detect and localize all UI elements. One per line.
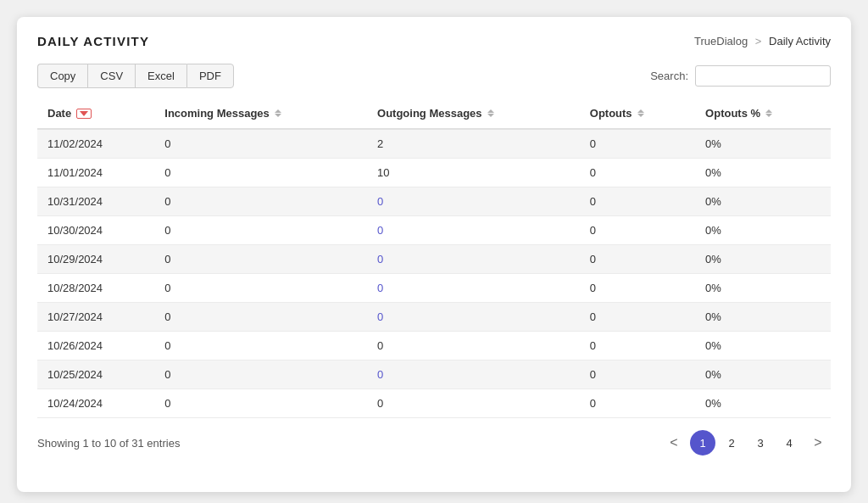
search-area: Search: — [650, 65, 831, 87]
cell-date: 10/26/2024 — [37, 332, 154, 360]
cell-optouts: 0 — [580, 159, 695, 187]
cell-optouts: 0 — [580, 245, 695, 274]
col-optouts-pct[interactable]: Optouts % — [695, 98, 831, 129]
toolbar: Copy CSV Excel PDF Search: — [37, 64, 831, 88]
col-optouts[interactable]: Optouts — [580, 98, 695, 129]
cell-date: 10/27/2024 — [37, 303, 154, 332]
breadcrumb-parent: TrueDialog — [694, 35, 748, 48]
cell-incoming: 0 — [154, 274, 367, 303]
main-window: DAILY ACTIVITY TrueDialog > Daily Activi… — [17, 17, 851, 492]
cell-optouts: 0 — [580, 274, 695, 303]
cell-incoming: 0 — [154, 360, 367, 389]
search-input[interactable] — [695, 65, 831, 87]
cell-outgoing[interactable]: 0 — [367, 360, 580, 389]
col-date[interactable]: Date — [37, 98, 154, 129]
table-row: 11/02/20240200% — [37, 129, 831, 159]
col-outgoing[interactable]: Outgoing Messages — [367, 98, 580, 129]
page-2-button[interactable]: 2 — [719, 430, 744, 455]
table-row: 10/24/20240000% — [37, 389, 831, 418]
table-header-row: Date Incoming Messages — [37, 98, 831, 129]
cell-date: 10/30/2024 — [37, 216, 154, 245]
table-row: 10/28/20240000% — [37, 274, 831, 303]
excel-button[interactable]: Excel — [135, 64, 186, 88]
showing-entries: Showing 1 to 10 of 31 entries — [37, 437, 180, 450]
cell-optouts: 0 — [580, 360, 695, 389]
breadcrumb: TrueDialog > Daily Activity — [694, 35, 831, 48]
page-4-button[interactable]: 4 — [776, 430, 802, 455]
cell-optouts-pct: 0% — [695, 129, 831, 159]
sort-icon-outgoing — [487, 109, 494, 117]
cell-incoming: 0 — [154, 216, 367, 245]
sort-active-icon — [76, 109, 92, 119]
cell-optouts: 0 — [580, 389, 695, 418]
cell-optouts-pct: 0% — [695, 389, 831, 418]
table-row: 10/25/20240000% — [37, 360, 831, 389]
cell-optouts: 0 — [580, 187, 695, 216]
cell-date: 11/02/2024 — [37, 129, 154, 159]
cell-outgoing: 0 — [367, 389, 580, 418]
page-1-button[interactable]: 1 — [690, 430, 715, 455]
table-footer: Showing 1 to 10 of 31 entries < 1 2 3 4 … — [37, 430, 831, 455]
cell-optouts: 0 — [580, 303, 695, 332]
pdf-button[interactable]: PDF — [186, 64, 234, 88]
cell-outgoing[interactable]: 0 — [367, 303, 580, 332]
sort-icon-incoming — [275, 109, 281, 117]
cell-incoming: 0 — [154, 187, 367, 216]
page-title: DAILY ACTIVITY — [37, 34, 149, 48]
table-row: 10/26/20240000% — [37, 332, 831, 360]
cell-date: 10/25/2024 — [37, 360, 154, 389]
csv-button[interactable]: CSV — [87, 64, 135, 88]
cell-optouts: 0 — [580, 216, 695, 245]
search-label: Search: — [650, 70, 688, 82]
sort-icon-optouts — [637, 109, 644, 117]
next-page-button[interactable]: > — [805, 430, 831, 455]
cell-outgoing: 2 — [367, 129, 580, 159]
cell-optouts-pct: 0% — [695, 159, 831, 187]
table-row: 11/01/202401000% — [37, 159, 831, 187]
cell-date: 10/24/2024 — [37, 389, 154, 418]
cell-outgoing[interactable]: 0 — [367, 216, 580, 245]
cell-optouts: 0 — [580, 129, 695, 159]
cell-optouts-pct: 0% — [695, 216, 831, 245]
prev-page-button[interactable]: < — [661, 430, 687, 455]
page-header: DAILY ACTIVITY TrueDialog > Daily Activi… — [37, 34, 831, 48]
cell-outgoing: 0 — [367, 332, 580, 360]
table-row: 10/27/20240000% — [37, 303, 831, 332]
cell-incoming: 0 — [154, 159, 367, 187]
cell-date: 10/28/2024 — [37, 274, 154, 303]
cell-optouts-pct: 0% — [695, 187, 831, 216]
export-buttons: Copy CSV Excel PDF — [37, 64, 234, 88]
cell-incoming: 0 — [154, 245, 367, 274]
cell-incoming: 0 — [154, 332, 367, 360]
pagination: < 1 2 3 4 > — [661, 430, 831, 455]
cell-outgoing: 10 — [367, 159, 580, 187]
cell-incoming: 0 — [154, 303, 367, 332]
copy-button[interactable]: Copy — [37, 64, 87, 88]
table-row: 10/29/20240000% — [37, 245, 831, 274]
cell-incoming: 0 — [154, 389, 367, 418]
cell-outgoing[interactable]: 0 — [367, 274, 580, 303]
cell-outgoing[interactable]: 0 — [367, 187, 580, 216]
data-table: Date Incoming Messages — [37, 98, 831, 418]
cell-date: 10/29/2024 — [37, 245, 154, 274]
cell-optouts-pct: 0% — [695, 274, 831, 303]
breadcrumb-current: Daily Activity — [769, 35, 831, 48]
cell-optouts-pct: 0% — [695, 303, 831, 332]
cell-date: 11/01/2024 — [37, 159, 154, 187]
sort-icon-optouts-pct — [765, 109, 772, 117]
cell-optouts-pct: 0% — [695, 245, 831, 274]
breadcrumb-separator: > — [755, 35, 762, 48]
cell-optouts: 0 — [580, 332, 695, 360]
table-row: 10/31/20240000% — [37, 187, 831, 216]
cell-optouts-pct: 0% — [695, 332, 831, 360]
cell-outgoing[interactable]: 0 — [367, 245, 580, 274]
table-row: 10/30/20240000% — [37, 216, 831, 245]
col-incoming[interactable]: Incoming Messages — [154, 98, 367, 129]
cell-date: 10/31/2024 — [37, 187, 154, 216]
page-3-button[interactable]: 3 — [748, 430, 773, 455]
cell-optouts-pct: 0% — [695, 360, 831, 389]
cell-incoming: 0 — [154, 129, 367, 159]
